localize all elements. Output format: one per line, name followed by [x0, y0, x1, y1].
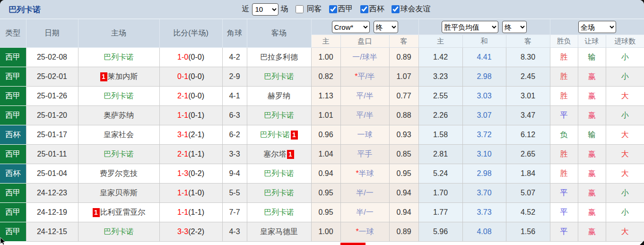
euro-draw-odds-cell: 4.08 [462, 222, 506, 242]
corners-cell: 2-9 [222, 67, 247, 87]
outcome-cell: 胜 [550, 164, 578, 184]
match-table: 类型 日期 主场 比分(半场) 角球 客场 Crow* 终 胜平负均值 [0, 19, 644, 242]
league-filter-label: 西甲 [338, 4, 353, 14]
handicap-line-text: 一/球半 [352, 53, 377, 61]
corners-cell: 4-3 [222, 222, 247, 242]
match-date-cell: 24-12-15 [26, 222, 78, 242]
col-header-date: 日期 [26, 19, 78, 48]
score-cell: 1-1(1-1) [159, 203, 222, 222]
half-time-score: (2-1) [188, 131, 204, 139]
full-time-score: 0-1 [177, 72, 188, 80]
cup-filter-label: 西杯 [369, 4, 384, 14]
league-checkbox[interactable] [329, 5, 337, 13]
handicap-result-cell: 赢 [578, 67, 606, 87]
euro-away-odds-cell: 3.47 [506, 106, 550, 125]
home-team-cell: 巴列卡诺 [78, 87, 159, 106]
away-team-cell: 塞尔塔1 [247, 145, 311, 164]
asian-home-odds-cell: 0.82 [311, 67, 340, 87]
recent-count-select[interactable]: 10 [252, 3, 278, 16]
away-team-name: 巴列卡诺 [264, 189, 294, 197]
asian-home-odds-cell: 1.00 [311, 48, 340, 67]
away-team-cell: 巴拉多利德 [247, 48, 311, 67]
table-row: 西甲24-12-15巴列卡诺3-3(2-2)4-3皇家马德里1.00*一球0.8… [0, 222, 644, 242]
same-away-checkbox[interactable] [296, 5, 304, 13]
euro-home-odds-cell: 5.96 [418, 222, 462, 242]
handicap-result-cell: 输 [578, 48, 606, 67]
score-cell: 0-1(0-0) [159, 67, 222, 87]
handicap-result-cell: 赢 [578, 164, 606, 184]
score-cell: 1-3(0-2) [159, 164, 222, 184]
handicap-line-text: 一球 [357, 131, 373, 139]
outcome-cell: 负 [550, 125, 578, 145]
result-scope-selector: 全场 [550, 19, 644, 35]
subcol-euro-draw: 和 [462, 35, 506, 48]
match-type-cell: 西甲 [0, 67, 26, 87]
corners-cell: 3-3 [222, 145, 247, 164]
scope-select[interactable]: 全场 [578, 21, 616, 33]
match-type-cell: 西甲 [0, 48, 26, 67]
away-team-name: 巴拉多利德 [260, 53, 298, 61]
home-team-name: 巴列卡诺 [104, 53, 134, 61]
asian-line-cell: 一球 [340, 125, 389, 145]
friendly-filter-label: 球会友谊 [400, 4, 431, 14]
euro-away-odds-cell: 3.01 [506, 87, 550, 106]
handicap-line-text: 半球 [359, 169, 374, 177]
matches-label: 场 [281, 4, 288, 14]
full-time-score: 2-1 [177, 150, 188, 158]
home-team-name: 比利亚雷亚尔 [100, 208, 146, 216]
col-header-home: 主场 [78, 19, 159, 48]
outcome-cell: 胜 [550, 48, 578, 67]
match-date-cell: 25-02-08 [26, 48, 78, 67]
friendly-checkbox[interactable] [392, 5, 400, 13]
handicap-result-cell: 赢 [578, 184, 606, 203]
half-time-score: (0-1) [188, 111, 204, 119]
away-team-cell: 巴列卡诺 [247, 106, 311, 125]
euro-draw-odds-cell: 3.73 [462, 203, 506, 222]
same-away-label: 同客 [307, 4, 322, 14]
asian-away-odds-cell: 0.77 [389, 87, 418, 106]
subcol-euro-away: 客 [506, 35, 550, 48]
asian-line-cell: 平/半 [340, 106, 389, 125]
full-time-score: 1-0 [177, 53, 188, 61]
red-card-badge: 1 [100, 72, 107, 81]
outcome-cell: 平 [550, 203, 578, 222]
euro-odds-select[interactable]: 胜平负均值 [442, 21, 498, 33]
header-row-main: 类型 日期 主场 比分(半场) 角球 客场 Crow* 终 胜平负均值 [0, 19, 644, 35]
col-header-type: 类型 [0, 19, 26, 48]
handicap-line-text: 平/半 [356, 111, 373, 119]
score-cell: 1-1(0-1) [159, 106, 222, 125]
away-team-cell: 赫罗纳 [247, 87, 311, 106]
away-team-cell: 巴列卡诺 [247, 184, 311, 203]
half-time-score: (1-0) [188, 189, 204, 197]
bookmaker-select[interactable]: Crow* [332, 21, 370, 33]
score-cell: 2-1(1-1) [159, 145, 222, 164]
asian-odds-selectors: Crow* 终 [311, 19, 418, 35]
score-cell: 3-1(2-1) [159, 125, 222, 145]
euro-time-select[interactable]: 终 [502, 21, 527, 33]
bottom-scroll-indicator[interactable] [340, 243, 366, 245]
asian-time-select[interactable]: 终 [374, 21, 398, 33]
away-team-name: 赫罗纳 [268, 92, 290, 100]
subcol-asian-away: 客 [389, 35, 418, 48]
match-type-cell: 西杯 [0, 125, 26, 145]
full-time-score: 1-3 [177, 169, 188, 177]
away-team-name: 巴列卡诺 [264, 111, 294, 119]
asian-home-odds-cell: 1.13 [311, 87, 340, 106]
handicap-line-text: 平/半 [356, 92, 373, 100]
home-team-name: 巴列卡诺 [104, 150, 134, 158]
goals-result-cell: 小 [606, 67, 644, 87]
away-team-name: 皇家马德里 [260, 228, 298, 236]
red-card-badge: 1 [93, 208, 100, 217]
filter-controls: 近 10 场 同客 西甲 西杯 球会友谊 [242, 3, 431, 16]
asian-home-odds-cell: 1.04 [311, 145, 340, 164]
score-cell: 2-1(0-0) [159, 87, 222, 106]
euro-away-odds-cell: 6.12 [506, 125, 550, 145]
euro-draw-odds-cell: 3.03 [462, 87, 506, 106]
table-row: 西甲25-02-011莱加内斯0-1(0-0)2-9巴列卡诺0.82*平/半1.… [0, 67, 644, 87]
home-team-name: 莱加内斯 [108, 72, 138, 80]
asian-away-odds-cell: 1.07 [389, 67, 418, 87]
full-time-score: 2-1 [177, 92, 188, 100]
match-date-cell: 25-01-26 [26, 87, 78, 106]
match-date-cell: 25-01-11 [26, 145, 78, 164]
cup-checkbox[interactable] [360, 5, 368, 13]
